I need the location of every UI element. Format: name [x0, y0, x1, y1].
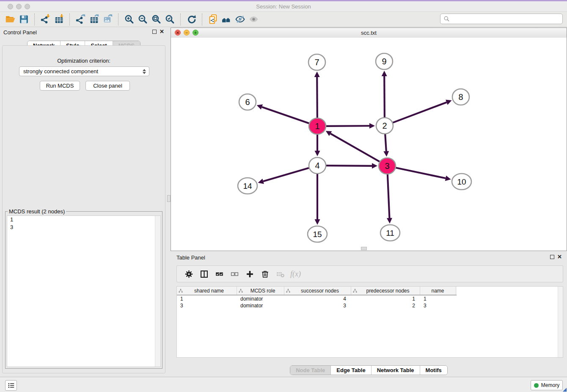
run-mcds-button[interactable]: Run MCDS	[40, 81, 80, 91]
unselect-all-columns-icon[interactable]	[227, 268, 242, 280]
graph-node-label: 1	[315, 121, 319, 131]
hide-selected-icon[interactable]	[233, 14, 247, 25]
search-icon	[443, 16, 450, 22]
edge-arrowhead	[382, 71, 387, 76]
edge-arrowhead	[387, 218, 392, 224]
node-table: shared nameMCDS rolesuccessor nodesprede…	[176, 286, 563, 358]
graph-node-label: 11	[386, 229, 394, 237]
delete-column-icon[interactable]	[257, 268, 272, 280]
close-panel-button[interactable]: Close panel	[85, 81, 130, 91]
table-cell[interactable]: dominator	[237, 296, 284, 302]
graph-node-label: 3	[385, 161, 389, 171]
edge-3-11[interactable]	[388, 174, 390, 218]
graph-node-label: 7	[314, 58, 319, 67]
edge-2-8[interactable]	[393, 102, 447, 123]
table-cell[interactable]: 2	[351, 303, 420, 309]
zoom-selected-icon[interactable]	[163, 14, 176, 25]
edge-arrowhead	[314, 72, 320, 77]
network-graph[interactable]: 1234678910111415	[171, 38, 567, 251]
task-history-button[interactable]	[5, 380, 17, 391]
table-panel-float-icon[interactable]	[550, 255, 554, 259]
edge-4-14[interactable]	[263, 168, 309, 181]
result-list-item[interactable]: 1	[7, 216, 160, 224]
tab-network-table[interactable]: Network Table	[371, 366, 420, 375]
table-panel-close-icon[interactable]: ✕	[557, 255, 562, 259]
column-header-successor-nodes[interactable]: successor nodes	[284, 287, 351, 295]
edge-3-10[interactable]	[396, 168, 446, 178]
graph-node-label: 10	[457, 177, 466, 186]
import-network-icon[interactable]	[39, 14, 52, 25]
memory-button[interactable]: Memory	[531, 380, 563, 390]
network-window-titlebar[interactable]: ✕ – + scc.txt	[171, 28, 567, 38]
first-neighbors-icon[interactable]	[220, 14, 233, 25]
show-columns-icon[interactable]	[196, 268, 212, 280]
import-table-icon[interactable]	[52, 14, 66, 25]
table-scrollbar[interactable]	[558, 287, 563, 357]
column-header-predecessor-nodes[interactable]: predecessor nodes	[351, 287, 420, 295]
graph-node-label: 8	[458, 92, 463, 102]
tab-node-table[interactable]: Node Table	[290, 366, 330, 375]
tab-edge-table[interactable]: Edge Table	[330, 366, 371, 375]
edge-3-1[interactable]	[330, 134, 380, 162]
edge-arrowhead	[315, 219, 320, 225]
toolbar-separator	[202, 14, 202, 25]
table-cell[interactable]: 1	[177, 296, 237, 302]
control-panel-title: Control Panel	[3, 29, 37, 36]
tab-motifs[interactable]: Motifs	[420, 366, 447, 375]
mcds-result-list[interactable]: 13	[7, 215, 161, 367]
edge-2-9[interactable]	[384, 76, 385, 117]
optimization-criterion-dropdown[interactable]: strongly connected component	[19, 66, 149, 76]
save-session-icon[interactable]	[17, 14, 30, 25]
network-canvas[interactable]: 1234678910111415	[171, 38, 567, 251]
control-panel-float-icon[interactable]	[152, 30, 157, 34]
create-column-icon[interactable]	[242, 268, 257, 280]
table-cell[interactable]: 4	[284, 296, 351, 302]
export-image-icon[interactable]	[101, 14, 114, 25]
table-settings-icon[interactable]	[181, 268, 196, 280]
panel-splitter-grip[interactable]	[167, 195, 171, 202]
dropdown-selected-value: strongly connected component	[23, 68, 98, 75]
edge-1-6[interactable]	[262, 107, 309, 123]
table-row[interactable]: 1dominator411	[177, 295, 457, 302]
column-header-name[interactable]: name	[420, 287, 456, 295]
network-title: scc.txt	[171, 30, 567, 36]
delete-table-icon	[272, 268, 288, 280]
zoom-out-icon[interactable]	[136, 14, 149, 25]
graph-node-label: 4	[315, 161, 319, 170]
search-box[interactable]	[440, 14, 563, 24]
edge-arrowhead	[257, 105, 263, 110]
network-from-selection-icon[interactable]	[206, 14, 220, 25]
window-resize-grip[interactable]	[563, 388, 567, 392]
export-table-icon[interactable]	[87, 14, 101, 25]
result-scrollbar[interactable]	[155, 216, 160, 367]
zoom-in-icon[interactable]	[122, 14, 136, 25]
memory-label: Memory	[541, 382, 559, 388]
export-network-icon[interactable]	[74, 14, 87, 25]
dropdown-arrows-icon	[143, 69, 146, 74]
zoom-fit-icon[interactable]	[149, 14, 163, 25]
table-cell[interactable]: 3	[420, 303, 456, 309]
show-all-icon	[247, 14, 260, 25]
column-header-shared-name[interactable]: shared name	[177, 287, 237, 295]
toolbar-separator	[34, 14, 35, 25]
column-header-MCDS-role[interactable]: MCDS role	[237, 287, 284, 295]
application-window: Session: New Session Control Panel ✕ Net…	[0, 0, 567, 392]
edge-1-7[interactable]	[317, 77, 317, 118]
table-cell[interactable]: 1	[420, 296, 456, 302]
control-panel-close-icon[interactable]: ✕	[160, 30, 164, 34]
select-all-columns-icon[interactable]	[212, 268, 227, 280]
edge-2-3[interactable]	[385, 134, 386, 151]
table-cell[interactable]: 3	[177, 303, 237, 309]
edge-1-2[interactable]	[326, 126, 369, 126]
table-row[interactable]: 3dominator323	[177, 302, 457, 309]
apply-layout-icon[interactable]	[184, 14, 198, 25]
result-list-item[interactable]: 3	[7, 224, 160, 231]
table-cell[interactable]: dominator	[237, 303, 284, 309]
table-cell[interactable]: 3	[284, 303, 351, 309]
toolbar-separator	[69, 14, 70, 25]
edge-4-3[interactable]	[326, 166, 372, 166]
table-cell[interactable]: 1	[351, 296, 420, 302]
search-input[interactable]	[450, 15, 562, 23]
open-session-icon[interactable]	[3, 14, 17, 25]
network-table-splitter-grip[interactable]	[361, 247, 367, 250]
